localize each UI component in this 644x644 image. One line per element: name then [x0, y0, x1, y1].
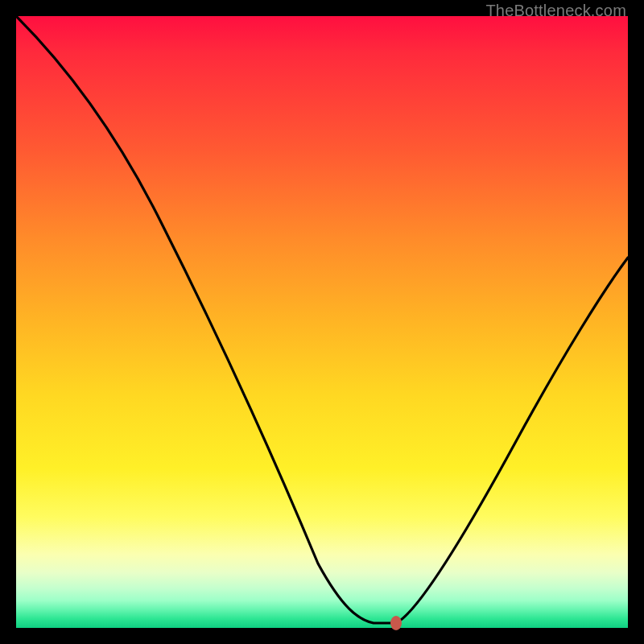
- bottleneck-curve: [16, 16, 628, 628]
- optimum-marker: [390, 616, 402, 630]
- plot-area: [16, 16, 628, 628]
- watermark-label: TheBottleneck.com: [485, 2, 626, 20]
- chart-frame: TheBottleneck.com: [0, 0, 644, 644]
